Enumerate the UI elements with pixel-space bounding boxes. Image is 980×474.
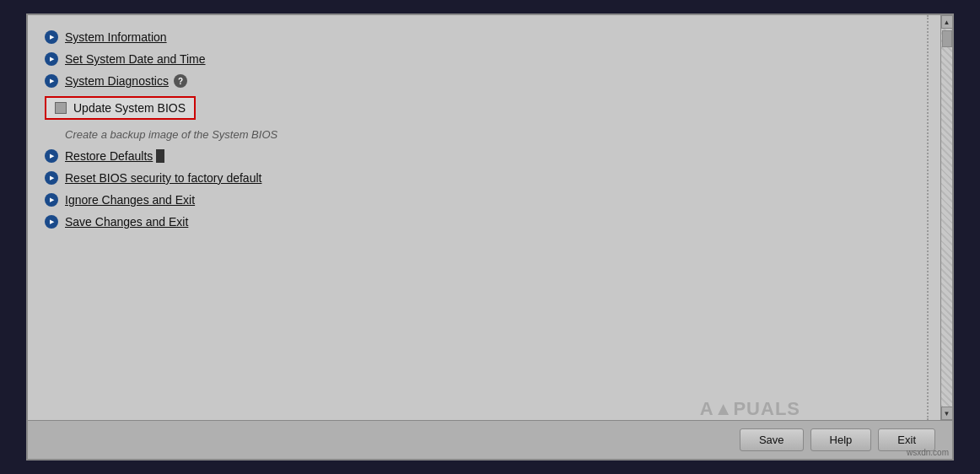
- sidebar-item-system-diagnostics[interactable]: System Diagnostics ?: [45, 74, 923, 88]
- bullet-icon-system-diagnostics: [45, 74, 58, 88]
- vertical-scrollbar[interactable]: ▲ ▼: [940, 15, 952, 420]
- sidebar-item-system-information[interactable]: System Information: [45, 30, 923, 44]
- appuals-brand-watermark: A▲PUALS: [700, 398, 800, 420]
- menu-label-save-changes: Save Changes and Exit: [65, 215, 188, 229]
- scroll-down-button[interactable]: ▼: [941, 407, 953, 420]
- scroll-up-button[interactable]: ▲: [941, 15, 953, 29]
- scroll-track: [941, 29, 952, 407]
- dotted-border-divider: [927, 15, 929, 420]
- menu-label-update-bios: Update System BIOS: [73, 101, 186, 115]
- bios-main-area: System Information Set System Date and T…: [28, 15, 952, 420]
- scroll-thumb[interactable]: [942, 30, 952, 47]
- bullet-icon-ignore-changes: [45, 193, 58, 207]
- sidebar-item-restore-defaults[interactable]: Restore Defaults: [45, 149, 923, 163]
- sidebar-item-set-date[interactable]: Set System Date and Time: [45, 52, 923, 66]
- bios-screen: System Information Set System Date and T…: [26, 13, 954, 461]
- menu-panel: System Information Set System Date and T…: [28, 15, 940, 420]
- bios-footer: Save Help Exit: [28, 420, 952, 459]
- sidebar-item-ignore-changes[interactable]: Ignore Changes and Exit: [45, 193, 923, 207]
- menu-label-system-diagnostics: System Diagnostics: [65, 74, 169, 88]
- sidebar-item-update-bios[interactable]: Update System BIOS: [45, 96, 923, 120]
- menu-label-system-information: System Information: [65, 30, 167, 44]
- backup-image-text: Create a backup image of the System BIOS: [65, 128, 923, 141]
- menu-label-ignore-changes: Ignore Changes and Exit: [65, 193, 195, 207]
- bullet-icon-reset-bios: [45, 171, 58, 185]
- menu-label-set-date: Set System Date and Time: [65, 52, 206, 66]
- update-bios-box: Update System BIOS: [45, 96, 196, 120]
- cursor-indicator: [156, 149, 164, 163]
- update-bios-checkbox: [55, 102, 67, 114]
- save-button[interactable]: Save: [740, 428, 804, 451]
- bullet-icon-restore-defaults: [45, 149, 58, 163]
- sidebar-item-save-changes[interactable]: Save Changes and Exit: [45, 215, 923, 229]
- menu-label-restore-defaults: Restore Defaults: [65, 149, 153, 163]
- menu-label-reset-bios: Reset BIOS security to factory default: [65, 171, 261, 185]
- site-watermark: wsxdn.com: [907, 448, 949, 457]
- bullet-icon-set-date: [45, 52, 58, 66]
- bullet-icon-system-information: [45, 30, 58, 44]
- help-icon-system-diagnostics[interactable]: ?: [174, 74, 187, 88]
- bullet-icon-save-changes: [45, 215, 58, 229]
- sidebar-item-reset-bios-security[interactable]: Reset BIOS security to factory default: [45, 171, 923, 185]
- help-button[interactable]: Help: [810, 428, 872, 451]
